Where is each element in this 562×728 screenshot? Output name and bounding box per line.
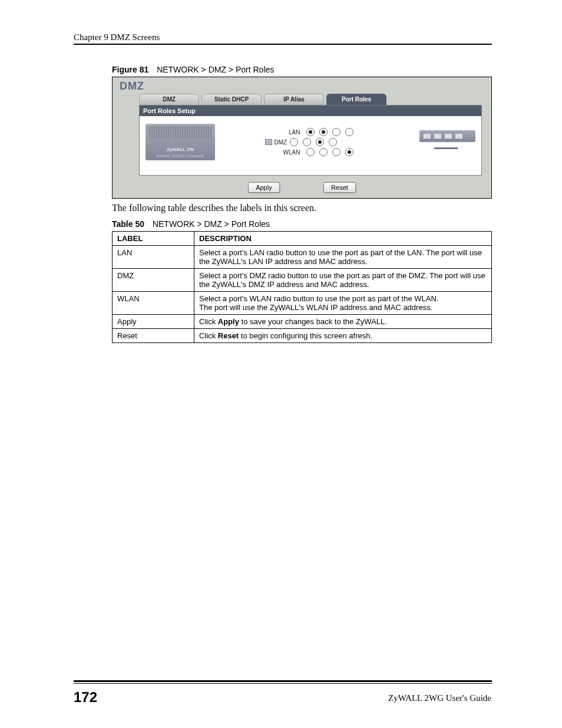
cell-label: DMZ — [113, 269, 194, 292]
chapter-header: Chapter 9 DMZ Screens — [74, 32, 160, 42]
table-row: DMZ Select a port's DMZ radio button to … — [113, 269, 492, 292]
device-subtitle: INTERNET SECURITY APPLIANCE — [146, 154, 215, 158]
row-label-lan: LAN — [279, 129, 300, 136]
figure-caption: Figure 81 NETWORK > DMZ > Port Roles — [112, 65, 274, 74]
port-roles-panel: Port Roles Setup ZyWALL 2W INTERNET SECU… — [139, 105, 482, 176]
cell-label: LAN — [113, 246, 194, 269]
radio-wlan-3[interactable] — [332, 148, 340, 156]
tab-static-dhcp[interactable]: Static DHCP — [201, 94, 262, 105]
device-image: ZyWALL 2W INTERNET SECURITY APPLIANCE — [146, 124, 215, 160]
cell-desc: Click Reset to begin configuring this sc… — [194, 329, 492, 343]
reset-button[interactable]: Reset — [323, 182, 356, 193]
cell-desc: Select a port's DMZ radio button to use … — [194, 269, 492, 292]
radio-lan-3[interactable] — [332, 128, 340, 136]
port-roles-panel-title: Port Roles Setup — [140, 106, 481, 116]
radio-dmz-1[interactable] — [290, 138, 298, 146]
intro-text: The following table describes the labels… — [112, 203, 316, 213]
page-number: 172 — [74, 689, 97, 706]
table-number: Table 50 — [112, 219, 144, 229]
figure-caption-text: NETWORK > DMZ > Port Roles — [157, 65, 274, 74]
cell-label: WLAN — [113, 292, 194, 315]
th-description: DESCRIPTION — [194, 232, 492, 246]
table-caption-text: NETWORK > DMZ > Port Roles — [153, 219, 270, 229]
row-label-dmz: DMZ — [275, 139, 284, 146]
cell-desc: Click Apply to save your changes back to… — [194, 315, 492, 329]
radio-wlan-2[interactable] — [319, 148, 328, 156]
header-rule — [74, 44, 492, 45]
table-row: Apply Click Apply to save your changes b… — [113, 315, 492, 329]
table-caption: Table 50 NETWORK > DMZ > Port Roles — [112, 219, 270, 229]
footer-guide: ZyWALL 2WG User's Guide — [388, 693, 491, 703]
table-row: LAN Select a port's LAN radio button to … — [113, 246, 492, 269]
tab-dmz[interactable]: DMZ — [139, 94, 199, 105]
radio-dmz-3[interactable] — [316, 138, 324, 146]
cell-desc: Select a port's WLAN radio button to use… — [194, 292, 492, 315]
tab-port-roles[interactable]: Port Roles — [326, 94, 386, 105]
figure-title: DMZ — [113, 77, 491, 94]
radio-wlan-1[interactable] — [306, 148, 315, 156]
radio-lan-1[interactable] — [306, 128, 315, 136]
tab-bar: DMZ Static DHCP IP Alias Port Roles — [113, 94, 491, 105]
cell-label: Apply — [113, 315, 194, 329]
cell-desc: Select a port's LAN radio button to use … — [194, 246, 492, 269]
port-grid: LAN DMZ WLAN — [279, 126, 356, 158]
figure-screenshot: DMZ DMZ Static DHCP IP Alias Port Roles … — [112, 77, 492, 199]
table-row: WLAN Select a port's WLAN radio button t… — [113, 292, 492, 315]
device-brand: ZyWALL 2W — [146, 147, 215, 152]
footer-rule — [74, 680, 492, 684]
th-label: LABEL — [113, 232, 194, 246]
apply-button[interactable]: Apply — [248, 182, 280, 193]
radio-lan-2[interactable] — [319, 128, 328, 136]
cell-label: Reset — [113, 329, 194, 343]
row-label-wlan: WLAN — [279, 149, 300, 156]
radio-dmz-2[interactable] — [303, 138, 311, 146]
radio-wlan-4[interactable] — [345, 148, 353, 156]
radio-lan-4[interactable] — [345, 128, 353, 136]
description-table: LABEL DESCRIPTION LAN Select a port's LA… — [112, 231, 492, 343]
led-icon — [265, 139, 272, 145]
figure-number: Figure 81 — [112, 65, 148, 74]
switch-image — [419, 130, 475, 154]
radio-dmz-4[interactable] — [329, 138, 337, 146]
tab-ip-alias[interactable]: IP Alias — [264, 94, 324, 105]
table-row: Reset Click Reset to begin configuring t… — [113, 329, 492, 343]
